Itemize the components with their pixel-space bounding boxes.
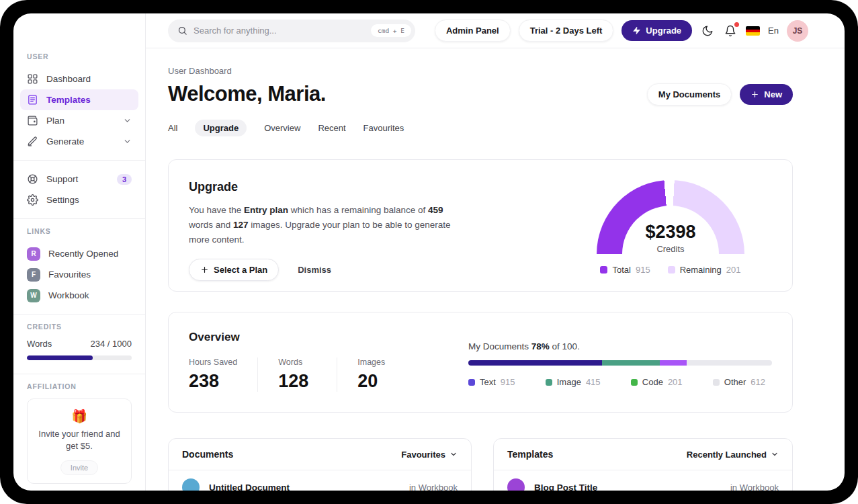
- breadcrumb: User Dashboard: [168, 66, 793, 76]
- sidebar-link-favourites[interactable]: F Favourites: [27, 264, 132, 285]
- upgrade-card-body: You have the Entry plan which has a rema…: [189, 203, 460, 247]
- documents-progress-block: My Documents 78% of 100. Text 915: [468, 341, 772, 394]
- moon-icon: [701, 25, 714, 37]
- gauge-chart: $2398 Credits: [597, 180, 744, 254]
- german-flag-icon[interactable]: [746, 26, 760, 36]
- overview-card: Overview Hours Saved 238 Words 128 Image…: [168, 312, 793, 413]
- sidebar-item-plan[interactable]: Plan: [20, 110, 138, 131]
- legend-swatch: [713, 379, 720, 386]
- stat-value: 128: [278, 371, 316, 392]
- sidebar-item-support[interactable]: Support 3: [20, 169, 138, 190]
- sidebar-item-label: Plan: [46, 116, 65, 126]
- top-bar: Search for anything... cmd + E Admin Pan…: [146, 13, 845, 48]
- document-row[interactable]: Untitled Document in Workbook: [169, 470, 471, 491]
- dismiss-button[interactable]: Dismiss: [298, 265, 331, 275]
- sidebar-item-label: Generate: [46, 136, 84, 146]
- plus-icon: [750, 90, 759, 99]
- stat-images: Images 20: [357, 358, 417, 392]
- documents-card-header: Documents Favourites: [169, 439, 471, 470]
- legend-value: 612: [750, 377, 765, 387]
- documents-card: Documents Favourites Untitled Document i…: [168, 438, 472, 491]
- lightning-icon: [632, 26, 641, 35]
- tab-overview[interactable]: Overview: [264, 123, 300, 133]
- credits-label: Words: [27, 339, 52, 349]
- select-plan-label: Select a Plan: [214, 265, 267, 275]
- legend-swatch: [546, 379, 552, 386]
- templates-filter-dropdown[interactable]: Recently Launched: [687, 450, 779, 460]
- search-icon: [177, 26, 187, 36]
- sidebar-item-settings[interactable]: Settings: [20, 190, 138, 210]
- legend-name: Code: [642, 377, 663, 387]
- documents-filter-dropdown[interactable]: Favourites: [401, 450, 458, 460]
- language-selector[interactable]: En: [768, 26, 779, 36]
- invite-button[interactable]: Invite: [60, 460, 98, 475]
- template-icon: [507, 478, 525, 491]
- tab-upgrade[interactable]: Upgrade: [195, 120, 247, 136]
- pencil-icon: [27, 136, 38, 147]
- tab-favourites[interactable]: Favourites: [363, 123, 404, 133]
- sidebar-item-dashboard[interactable]: Dashboard: [20, 69, 138, 89]
- segment-image: [602, 360, 660, 366]
- dark-mode-toggle[interactable]: [700, 24, 715, 38]
- templates-icon: [27, 94, 38, 106]
- progress-legend: Text 915 Image 415 Code 201: [468, 377, 772, 387]
- top-bar-actions: Admin Panel Trial - 2 Days Left Upgrade …: [435, 19, 808, 42]
- overview-stats: Hours Saved 238 Words 128 Images 20: [189, 358, 437, 392]
- search-shortcut-badge: cmd + E: [371, 24, 411, 37]
- trial-days-left-button[interactable]: Trial - 2 Days Left: [519, 19, 614, 42]
- legend-item-total: Total 915: [600, 265, 650, 275]
- sidebar-item-label: Dashboard: [46, 74, 91, 84]
- link-initial-badge: R: [27, 247, 40, 261]
- document-title: Untitled Document: [209, 482, 290, 491]
- credits-value: 234 / 1000: [91, 339, 132, 349]
- user-avatar[interactable]: JS: [787, 20, 808, 42]
- link-label: Workbook: [48, 290, 89, 300]
- sidebar-link-recently-opened[interactable]: R Recently Opened: [27, 243, 132, 264]
- legend-item-text: Text 915: [468, 377, 515, 387]
- legend-name: Remaining: [680, 265, 722, 275]
- template-row[interactable]: Blog Post Title in Workbook: [494, 470, 792, 491]
- lifebuoy-icon: [27, 173, 38, 185]
- words-progress-bar: [27, 355, 132, 360]
- sidebar-section-affiliation: AFFILIATION: [27, 382, 132, 390]
- tab-recent[interactable]: Recent: [318, 123, 345, 133]
- title-row: Welcome, Maria. My Documents New: [168, 80, 793, 108]
- title-actions: My Documents New: [647, 83, 793, 106]
- search-input[interactable]: Search for anything... cmd + E: [168, 19, 415, 42]
- select-plan-button[interactable]: Select a Plan: [189, 259, 279, 281]
- caption-text: My Documents: [468, 341, 529, 351]
- sidebar-link-workbook[interactable]: W Workbook: [27, 285, 132, 306]
- legend-swatch: [468, 379, 475, 386]
- legend-swatch: [668, 266, 675, 274]
- my-documents-button[interactable]: My Documents: [647, 83, 732, 106]
- stat-label: Words: [278, 358, 316, 367]
- legend-value: 915: [636, 265, 650, 275]
- sidebar-item-label: Templates: [46, 95, 91, 105]
- upgrade-button[interactable]: Upgrade: [621, 20, 692, 41]
- divider: [13, 314, 145, 314]
- caption-text: of 100.: [552, 341, 580, 351]
- legend-name: Text: [480, 377, 496, 387]
- affiliation-card: 🎁 Invite your friend and get $5. Invite: [27, 398, 132, 484]
- new-button[interactable]: New: [740, 84, 793, 105]
- page-title: Welcome, Maria.: [168, 82, 326, 106]
- gauge-legend: Total 915 Remaining 201: [591, 265, 750, 275]
- affiliation-text: Invite your friend and get $5.: [34, 428, 124, 452]
- credits-label: Credits: [597, 244, 744, 254]
- divider: [13, 374, 145, 374]
- admin-panel-button[interactable]: Admin Panel: [435, 19, 511, 42]
- divider: [13, 160, 145, 161]
- bottom-cards-row: Documents Favourites Untitled Document i…: [168, 438, 793, 491]
- stat-words: Words 128: [278, 358, 337, 392]
- upgrade-button-label: Upgrade: [646, 26, 681, 36]
- body-text: which has a remaining balance of: [288, 205, 428, 215]
- stat-label: Images: [357, 358, 396, 367]
- tab-all[interactable]: All: [168, 123, 177, 133]
- support-count-badge: 3: [117, 174, 132, 185]
- segment-code: [660, 360, 687, 366]
- sidebar-item-templates[interactable]: Templates: [20, 89, 138, 110]
- credits-gauge: $2398 Credits Total 915 Remaining: [591, 180, 750, 275]
- chevron-down-icon: [123, 116, 132, 125]
- sidebar-item-generate[interactable]: Generate: [20, 131, 138, 152]
- notifications-button[interactable]: [723, 24, 738, 38]
